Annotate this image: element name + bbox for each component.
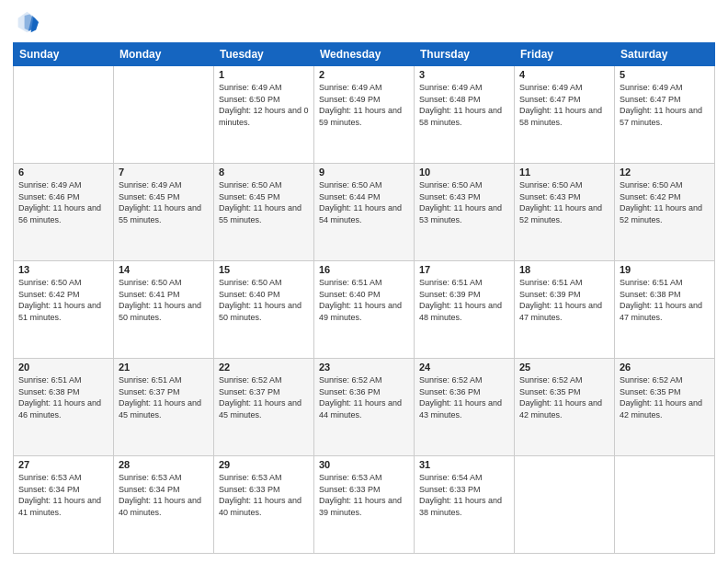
calendar-day-cell: 30Sunrise: 6:53 AMSunset: 6:33 PMDayligh… bbox=[314, 456, 415, 554]
weekday-header-cell: Thursday bbox=[415, 43, 515, 66]
day-detail: Sunrise: 6:52 AMSunset: 6:37 PMDaylight:… bbox=[219, 375, 301, 419]
day-detail: Sunrise: 6:50 AMSunset: 6:40 PMDaylight:… bbox=[219, 278, 301, 322]
weekday-header-row: SundayMondayTuesdayWednesdayThursdayFrid… bbox=[14, 43, 715, 66]
day-number: 2 bbox=[319, 69, 409, 80]
day-number: 28 bbox=[119, 459, 209, 470]
weekday-header-cell: Monday bbox=[114, 43, 214, 66]
calendar-day-cell: 29Sunrise: 6:53 AMSunset: 6:33 PMDayligh… bbox=[214, 456, 314, 554]
weekday-header-cell: Tuesday bbox=[214, 43, 314, 66]
calendar-day-cell: 3Sunrise: 6:49 AMSunset: 6:48 PMDaylight… bbox=[415, 66, 515, 164]
day-detail: Sunrise: 6:50 AMSunset: 6:42 PMDaylight:… bbox=[18, 278, 101, 322]
day-detail: Sunrise: 6:53 AMSunset: 6:33 PMDaylight:… bbox=[219, 473, 301, 517]
calendar-day-cell: 26Sunrise: 6:52 AMSunset: 6:35 PMDayligh… bbox=[615, 359, 715, 456]
calendar-day-cell: 16Sunrise: 6:51 AMSunset: 6:40 PMDayligh… bbox=[314, 261, 415, 359]
day-number: 5 bbox=[620, 69, 710, 80]
calendar-day-cell: 8Sunrise: 6:50 AMSunset: 6:45 PMDaylight… bbox=[214, 164, 314, 261]
calendar-day-cell: 25Sunrise: 6:52 AMSunset: 6:35 PMDayligh… bbox=[515, 359, 615, 456]
calendar-day-cell bbox=[114, 66, 214, 164]
calendar-day-cell: 9Sunrise: 6:50 AMSunset: 6:44 PMDaylight… bbox=[314, 164, 415, 261]
day-detail: Sunrise: 6:52 AMSunset: 6:35 PMDaylight:… bbox=[620, 375, 702, 419]
day-number: 27 bbox=[18, 459, 108, 470]
day-detail: Sunrise: 6:50 AMSunset: 6:43 PMDaylight:… bbox=[519, 180, 602, 224]
day-number: 23 bbox=[319, 362, 409, 373]
day-number: 9 bbox=[319, 167, 409, 178]
day-number: 30 bbox=[319, 459, 409, 470]
day-number: 29 bbox=[219, 459, 309, 470]
day-number: 3 bbox=[419, 69, 509, 80]
day-detail: Sunrise: 6:49 AMSunset: 6:46 PMDaylight:… bbox=[18, 180, 101, 224]
calendar-day-cell: 2Sunrise: 6:49 AMSunset: 6:49 PMDaylight… bbox=[314, 66, 415, 164]
calendar-day-cell: 14Sunrise: 6:50 AMSunset: 6:41 PMDayligh… bbox=[114, 261, 214, 359]
calendar-day-cell: 27Sunrise: 6:53 AMSunset: 6:34 PMDayligh… bbox=[14, 456, 114, 554]
day-detail: Sunrise: 6:50 AMSunset: 6:43 PMDaylight:… bbox=[419, 180, 502, 224]
day-number: 13 bbox=[18, 264, 108, 275]
header bbox=[13, 9, 715, 35]
day-detail: Sunrise: 6:51 AMSunset: 6:39 PMDaylight:… bbox=[519, 278, 602, 322]
calendar-day-cell: 12Sunrise: 6:50 AMSunset: 6:42 PMDayligh… bbox=[615, 164, 715, 261]
day-detail: Sunrise: 6:52 AMSunset: 6:36 PMDaylight:… bbox=[319, 375, 402, 419]
calendar-week-row: 20Sunrise: 6:51 AMSunset: 6:38 PMDayligh… bbox=[14, 359, 715, 456]
day-number: 4 bbox=[519, 69, 609, 80]
calendar-day-cell bbox=[14, 66, 114, 164]
day-number: 19 bbox=[620, 264, 710, 275]
page: SundayMondayTuesdayWednesdayThursdayFrid… bbox=[0, 0, 728, 563]
day-detail: Sunrise: 6:51 AMSunset: 6:38 PMDaylight:… bbox=[18, 375, 101, 419]
day-detail: Sunrise: 6:50 AMSunset: 6:41 PMDaylight:… bbox=[119, 278, 201, 322]
day-number: 24 bbox=[419, 362, 509, 373]
day-detail: Sunrise: 6:52 AMSunset: 6:35 PMDaylight:… bbox=[519, 375, 602, 419]
calendar-day-cell: 17Sunrise: 6:51 AMSunset: 6:39 PMDayligh… bbox=[415, 261, 515, 359]
day-detail: Sunrise: 6:49 AMSunset: 6:47 PMDaylight:… bbox=[519, 83, 602, 127]
day-detail: Sunrise: 6:49 AMSunset: 6:49 PMDaylight:… bbox=[319, 83, 402, 127]
day-number: 14 bbox=[119, 264, 209, 275]
day-number: 15 bbox=[219, 264, 309, 275]
logo-icon bbox=[13, 9, 39, 35]
day-detail: Sunrise: 6:49 AMSunset: 6:48 PMDaylight:… bbox=[419, 83, 502, 127]
day-detail: Sunrise: 6:50 AMSunset: 6:45 PMDaylight:… bbox=[219, 180, 301, 224]
weekday-header-cell: Wednesday bbox=[314, 43, 415, 66]
day-detail: Sunrise: 6:54 AMSunset: 6:33 PMDaylight:… bbox=[419, 473, 502, 517]
day-detail: Sunrise: 6:53 AMSunset: 6:33 PMDaylight:… bbox=[319, 473, 402, 517]
day-detail: Sunrise: 6:51 AMSunset: 6:38 PMDaylight:… bbox=[620, 278, 702, 322]
weekday-header-cell: Saturday bbox=[615, 43, 715, 66]
calendar-day-cell bbox=[615, 456, 715, 554]
calendar-day-cell: 24Sunrise: 6:52 AMSunset: 6:36 PMDayligh… bbox=[415, 359, 515, 456]
calendar-day-cell: 23Sunrise: 6:52 AMSunset: 6:36 PMDayligh… bbox=[314, 359, 415, 456]
day-number: 22 bbox=[219, 362, 309, 373]
day-detail: Sunrise: 6:52 AMSunset: 6:36 PMDaylight:… bbox=[419, 375, 502, 419]
day-detail: Sunrise: 6:49 AMSunset: 6:45 PMDaylight:… bbox=[119, 180, 201, 224]
calendar-day-cell: 21Sunrise: 6:51 AMSunset: 6:37 PMDayligh… bbox=[114, 359, 214, 456]
calendar-day-cell: 28Sunrise: 6:53 AMSunset: 6:34 PMDayligh… bbox=[114, 456, 214, 554]
weekday-header-cell: Friday bbox=[515, 43, 615, 66]
logo bbox=[13, 9, 42, 35]
calendar-day-cell: 10Sunrise: 6:50 AMSunset: 6:43 PMDayligh… bbox=[415, 164, 515, 261]
day-detail: Sunrise: 6:49 AMSunset: 6:47 PMDaylight:… bbox=[620, 83, 702, 127]
day-number: 31 bbox=[419, 459, 509, 470]
calendar-day-cell: 15Sunrise: 6:50 AMSunset: 6:40 PMDayligh… bbox=[214, 261, 314, 359]
calendar-week-row: 27Sunrise: 6:53 AMSunset: 6:34 PMDayligh… bbox=[14, 456, 715, 554]
calendar-day-cell: 6Sunrise: 6:49 AMSunset: 6:46 PMDaylight… bbox=[14, 164, 114, 261]
day-number: 6 bbox=[18, 167, 108, 178]
day-number: 1 bbox=[219, 69, 309, 80]
calendar-week-row: 1Sunrise: 6:49 AMSunset: 6:50 PMDaylight… bbox=[14, 66, 715, 164]
calendar-week-row: 13Sunrise: 6:50 AMSunset: 6:42 PMDayligh… bbox=[14, 261, 715, 359]
day-number: 18 bbox=[519, 264, 609, 275]
day-number: 20 bbox=[18, 362, 108, 373]
calendar-day-cell: 20Sunrise: 6:51 AMSunset: 6:38 PMDayligh… bbox=[14, 359, 114, 456]
day-number: 16 bbox=[319, 264, 409, 275]
calendar-day-cell: 4Sunrise: 6:49 AMSunset: 6:47 PMDaylight… bbox=[515, 66, 615, 164]
calendar-day-cell bbox=[515, 456, 615, 554]
day-number: 12 bbox=[620, 167, 710, 178]
calendar-day-cell: 7Sunrise: 6:49 AMSunset: 6:45 PMDaylight… bbox=[114, 164, 214, 261]
calendar-day-cell: 19Sunrise: 6:51 AMSunset: 6:38 PMDayligh… bbox=[615, 261, 715, 359]
calendar-day-cell: 11Sunrise: 6:50 AMSunset: 6:43 PMDayligh… bbox=[515, 164, 615, 261]
day-detail: Sunrise: 6:53 AMSunset: 6:34 PMDaylight:… bbox=[18, 473, 101, 517]
day-number: 25 bbox=[519, 362, 609, 373]
calendar-body: 1Sunrise: 6:49 AMSunset: 6:50 PMDaylight… bbox=[14, 66, 715, 554]
calendar-day-cell: 5Sunrise: 6:49 AMSunset: 6:47 PMDaylight… bbox=[615, 66, 715, 164]
day-detail: Sunrise: 6:51 AMSunset: 6:39 PMDaylight:… bbox=[419, 278, 502, 322]
day-number: 26 bbox=[620, 362, 710, 373]
day-detail: Sunrise: 6:51 AMSunset: 6:37 PMDaylight:… bbox=[119, 375, 201, 419]
day-number: 8 bbox=[219, 167, 309, 178]
calendar-day-cell: 13Sunrise: 6:50 AMSunset: 6:42 PMDayligh… bbox=[14, 261, 114, 359]
day-detail: Sunrise: 6:49 AMSunset: 6:50 PMDaylight:… bbox=[219, 83, 309, 127]
